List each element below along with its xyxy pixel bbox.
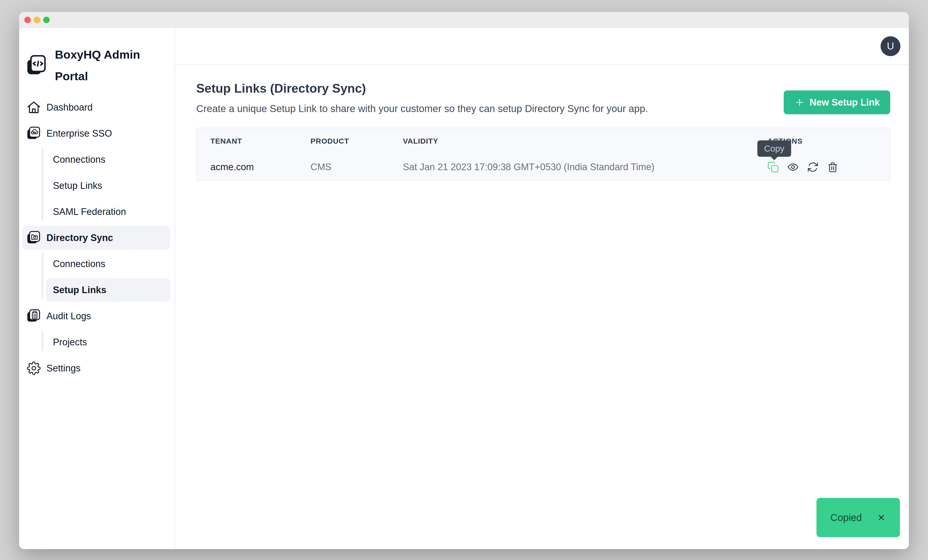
- table-row: acme.com CMS Sat Jan 21 2023 17:09:38 GM…: [197, 154, 890, 180]
- app-title: BoxyHQ Admin Portal: [55, 44, 159, 87]
- page-content: Setup Links (Directory Sync) Create a un…: [175, 65, 909, 180]
- new-setup-link-label: New Setup Link: [809, 97, 880, 108]
- sidebar-sublist-directory-sync: Connections Setup Links: [22, 252, 170, 302]
- toast-message: Copied: [830, 512, 862, 523]
- sidebar-item-dsync-setup-links[interactable]: Setup Links: [46, 278, 170, 302]
- sidebar-item-label: Enterprise SSO: [46, 128, 112, 139]
- copy-tooltip: Copy: [757, 140, 791, 157]
- column-header-validity: VALIDITY: [389, 128, 754, 154]
- sidebar-sublist-audit-logs: Projects: [22, 330, 170, 354]
- sidebar-item-label: Settings: [46, 363, 81, 374]
- sso-keycap-icon: [26, 126, 41, 141]
- home-icon: [26, 100, 41, 115]
- sidebar-item-label: Dashboard: [46, 102, 93, 113]
- sidebar-subitem-label: Setup Links: [53, 285, 106, 295]
- page-description: Create a unique Setup Link to share with…: [196, 103, 648, 114]
- sidebar-nav: Dashboard Ent: [22, 95, 170, 380]
- top-bar: U: [175, 28, 909, 65]
- plus-icon: [794, 97, 805, 108]
- new-setup-link-button[interactable]: New Setup Link: [784, 90, 890, 114]
- trash-icon[interactable]: [827, 161, 839, 173]
- sidebar: BoxyHQ Admin Portal Dashboard: [19, 28, 175, 549]
- cell-validity: Sat Jan 21 2023 17:09:38 GMT+0530 (India…: [389, 154, 754, 180]
- sidebar-subitem-label: Connections: [53, 154, 105, 165]
- sidebar-sublist-enterprise-sso: Connections Setup Links SAML Federation: [22, 148, 170, 224]
- sidebar-subitem-label: Connections: [53, 259, 105, 269]
- sidebar-item-enterprise-sso[interactable]: Enterprise SSO: [22, 122, 170, 145]
- sidebar-item-label: Audit Logs: [46, 311, 91, 322]
- column-header-tenant: TENANT: [197, 128, 297, 154]
- cell-tenant: acme.com: [197, 154, 297, 180]
- eye-icon[interactable]: [787, 161, 799, 173]
- regenerate-icon[interactable]: [807, 161, 819, 173]
- app-logo: BoxyHQ Admin Portal: [26, 44, 170, 87]
- page-title: Setup Links (Directory Sync): [196, 81, 648, 96]
- desktop: BoxyHQ Admin Portal Dashboard: [0, 0, 928, 560]
- sidebar-item-dsync-connections[interactable]: Connections: [46, 252, 170, 276]
- copy-icon[interactable]: [767, 161, 779, 173]
- sidebar-item-audit-logs[interactable]: Audit Logs: [22, 304, 170, 328]
- traffic-light-close-icon[interactable]: [24, 17, 31, 23]
- copied-toast: Copied: [817, 498, 900, 537]
- sidebar-subitem-label: Setup Links: [53, 180, 102, 191]
- close-icon[interactable]: [876, 513, 886, 522]
- main-area: U Setup Links (Directory Sync) Create a …: [175, 28, 909, 549]
- sidebar-item-dashboard[interactable]: Dashboard: [22, 95, 170, 119]
- sidebar-item-projects[interactable]: Projects: [46, 330, 170, 354]
- user-avatar[interactable]: U: [881, 36, 901, 56]
- sidebar-item-sso-setup-links[interactable]: Setup Links: [46, 174, 170, 197]
- app-window: BoxyHQ Admin Portal Dashboard: [19, 12, 909, 549]
- setup-links-table: TENANT PRODUCT VALIDITY ACTIONS acme.com…: [196, 128, 890, 180]
- traffic-light-minimize-icon[interactable]: [34, 17, 40, 23]
- sidebar-item-settings[interactable]: Settings: [22, 356, 170, 380]
- window-titlebar: [19, 12, 909, 28]
- sidebar-item-saml-federation[interactable]: SAML Federation: [46, 200, 170, 224]
- directory-keycap-icon: [26, 230, 41, 246]
- cell-product: CMS: [297, 154, 389, 180]
- sidebar-item-sso-connections[interactable]: Connections: [46, 148, 170, 171]
- boxyhq-logo-icon: [26, 53, 46, 78]
- audit-keycap-icon: [26, 308, 41, 324]
- gear-icon: [26, 360, 41, 376]
- sidebar-item-label: Directory Sync: [46, 232, 113, 243]
- cell-actions: Copy: [754, 154, 890, 180]
- sidebar-subitem-label: SAML Federation: [53, 206, 126, 217]
- sidebar-subitem-label: Projects: [53, 337, 87, 348]
- column-header-product: PRODUCT: [297, 128, 389, 154]
- sidebar-item-directory-sync[interactable]: Directory Sync: [22, 226, 170, 250]
- traffic-light-maximize-icon[interactable]: [43, 17, 50, 23]
